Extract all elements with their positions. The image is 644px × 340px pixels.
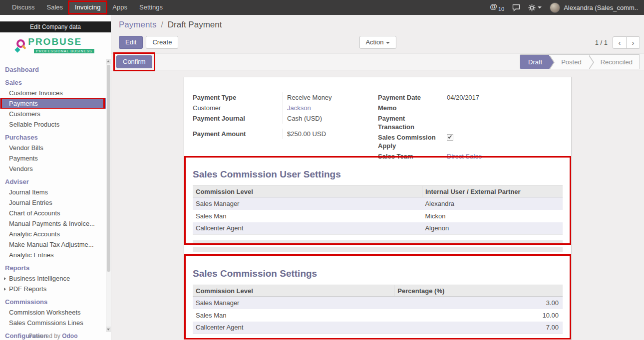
scrollbar-thumb[interactable] [107, 65, 110, 272]
column-header-commission-level[interactable]: Commission Level [193, 285, 394, 297]
sidebar-item-sales-commissions-lines[interactable]: Sales Commissions Lines [0, 318, 106, 328]
sales-commission-apply-checkbox[interactable] [447, 134, 453, 141]
sidebar-item-journal-entries[interactable]: Journal Entries [0, 197, 106, 208]
column-header-internal-user[interactable]: Internal User / External Partner [422, 186, 563, 197]
sidebar-scrollbar[interactable] [106, 59, 111, 332]
table-row[interactable]: Sales Manager Alexandra [193, 197, 563, 210]
table-row[interactable]: Sales Man 10.00 [193, 309, 563, 322]
confirm-button[interactable]: Confirm [116, 55, 152, 68]
edit-company-data-button[interactable]: Edit Company data [0, 21, 111, 32]
breadcrumb: Payments / Draft Payment [111, 15, 644, 32]
sidebar-item-chart-of-accounts[interactable]: Chart of Accounts [0, 208, 106, 218]
statusbar: Draft Posted Reconciled [520, 54, 640, 69]
chevron-down-icon [538, 6, 542, 8]
logo-text: PROBUSE [28, 37, 94, 46]
nav-sales[interactable]: Sales [41, 0, 69, 15]
logo-tagline: PROFESSIONAL BUSINESS [34, 49, 94, 53]
pager-value: 1 / 1 [595, 39, 608, 46]
table-row[interactable]: Callcenter Agent Algenon [193, 222, 563, 235]
section-title-user-settings: Sales Commission User Settings [193, 169, 563, 180]
field-value-payment-date[interactable]: 04/20/2017 [447, 92, 563, 103]
field-value-sales-team[interactable]: Direct Sales [447, 153, 482, 160]
breadcrumb-payments[interactable]: Payments [119, 20, 157, 29]
debug-menu[interactable] [528, 4, 542, 11]
odoo-link[interactable]: Odoo [62, 333, 77, 340]
nav-settings[interactable]: Settings [133, 0, 169, 15]
user-name: Alexandra (Sales_comm.. [564, 4, 638, 11]
field-value-payment-journal[interactable]: Cash (USD) [283, 113, 378, 124]
sidebar-section-commissions[interactable]: Commissions [0, 297, 106, 307]
action-dropdown-button[interactable]: Action [359, 36, 396, 49]
sidebar-item-sellable-products[interactable]: Sellable Products [0, 119, 106, 130]
column-header-percentage[interactable]: Percentage (%) [394, 285, 563, 297]
sidebar-item-commission-worksheets[interactable]: Commission Worksheets [0, 307, 106, 318]
user-menu[interactable]: Alexandra (Sales_comm.. [550, 2, 638, 13]
sidebar-item-customer-invoices[interactable]: Customer Invoices [0, 88, 106, 98]
field-label-sales-team: Sales Team [378, 151, 447, 162]
sidebar-item-vendors[interactable]: Vendors [0, 164, 106, 174]
sidebar-item-pdf-reports[interactable]: PDF Reports [0, 284, 106, 294]
create-button[interactable]: Create [146, 36, 178, 49]
sidebar-item-payments-purchases[interactable]: Payments [0, 153, 106, 164]
cell-commission-level[interactable]: Sales Manager [193, 197, 422, 210]
column-header-commission-level[interactable]: Commission Level [193, 186, 422, 197]
field-value-customer[interactable]: Jackson [287, 104, 311, 112]
cell-commission-level[interactable]: Sales Man [193, 210, 422, 222]
cell-percentage[interactable]: 3.00 [394, 297, 563, 309]
mentions-counter[interactable]: @ 10 [490, 0, 504, 16]
pager-previous-button[interactable]: ‹ [613, 36, 627, 49]
cell-commission-level[interactable]: Sales Man [193, 309, 394, 322]
pager-next-button[interactable]: › [626, 36, 640, 49]
sidebar-item-customers[interactable]: Customers [0, 109, 106, 119]
scroll-up-icon[interactable] [106, 59, 111, 64]
nav-invoicing[interactable]: Invoicing [69, 0, 106, 15]
edit-button[interactable]: Edit [119, 36, 143, 49]
cell-user[interactable]: Algenon [422, 222, 563, 235]
table-row[interactable]: Callcenter Agent 7.00 [193, 322, 563, 334]
sidebar-item-business-intelligence[interactable]: Business Intelligence [0, 273, 106, 284]
scroll-down-icon[interactable] [106, 327, 111, 332]
table-row[interactable]: Sales Man Mickon [193, 210, 563, 222]
field-value-memo[interactable] [447, 103, 563, 113]
sidebar-item-analytic-entries[interactable]: Analytic Entries [0, 250, 106, 260]
cell-percentage[interactable]: 7.00 [394, 322, 563, 334]
cell-user[interactable]: Mickon [422, 210, 563, 222]
nav-apps[interactable]: Apps [106, 0, 133, 15]
field-label-payment-date: Payment Date [378, 92, 447, 103]
field-value-payment-amount[interactable]: $250.00 USD [283, 129, 378, 139]
sidebar-item-make-manual-tax-adjustment[interactable]: Make Manual Tax Adjustme... [0, 239, 106, 250]
chat-icon[interactable] [512, 4, 520, 11]
sidebar-item-manual-payments-invoice[interactable]: Manual Payments & Invoice... [0, 218, 106, 229]
section-user-settings: Sales Commission User Settings Commissio… [193, 169, 563, 252]
sidebar-item-payments[interactable]: Payments [0, 98, 106, 109]
cell-commission-level[interactable]: Callcenter Agent [193, 222, 422, 235]
cell-percentage[interactable]: 10.00 [394, 309, 563, 322]
statusbar-row: Confirm Draft Posted Reconciled [111, 53, 644, 70]
powered-by: Powered by Odoo [0, 333, 106, 340]
field-value-payment-transaction[interactable] [447, 113, 563, 124]
gear-icon [528, 4, 536, 11]
sidebar-item-analytic-accounts[interactable]: Analytic Accounts [0, 229, 106, 239]
company-logo[interactable]: PROBUSE PROFESSIONAL BUSINESS [0, 32, 111, 58]
cell-user[interactable]: Alexandra [422, 197, 563, 210]
nav-discuss[interactable]: Discuss [6, 0, 41, 15]
cell-commission-level[interactable]: Callcenter Agent [193, 322, 394, 334]
sidebar-item-vendor-bills[interactable]: Vendor Bills [0, 143, 106, 153]
commission-settings-table: Commission Level Percentage (%) Sales Ma… [193, 285, 563, 334]
sidebar-item-dashboard[interactable]: Dashboard [0, 64, 106, 75]
main-content: Payments / Draft Payment Edit Create Act… [111, 15, 644, 340]
status-step-reconciled[interactable]: Reconciled [589, 55, 640, 69]
status-step-draft[interactable]: Draft [520, 55, 549, 69]
status-step-posted[interactable]: Posted [549, 55, 588, 69]
sidebar-section-adviser[interactable]: Adviser [0, 176, 106, 187]
sidebar-item-journal-items[interactable]: Journal Items [0, 187, 106, 197]
action-label: Action [365, 38, 383, 46]
sidebar-item-label: Business Intelligence [9, 275, 70, 282]
table-row[interactable]: Sales Manager 3.00 [193, 297, 563, 309]
sidebar-section-purchases[interactable]: Purchases [0, 132, 106, 143]
sidebar-section-reports[interactable]: Reports [0, 263, 106, 273]
cell-commission-level[interactable]: Sales Manager [193, 297, 394, 309]
field-value-payment-type[interactable]: Receive Money [283, 92, 378, 103]
top-navbar: Discuss Sales Invoicing Apps Settings @ … [0, 0, 644, 15]
sidebar-section-sales[interactable]: Sales [0, 77, 106, 88]
